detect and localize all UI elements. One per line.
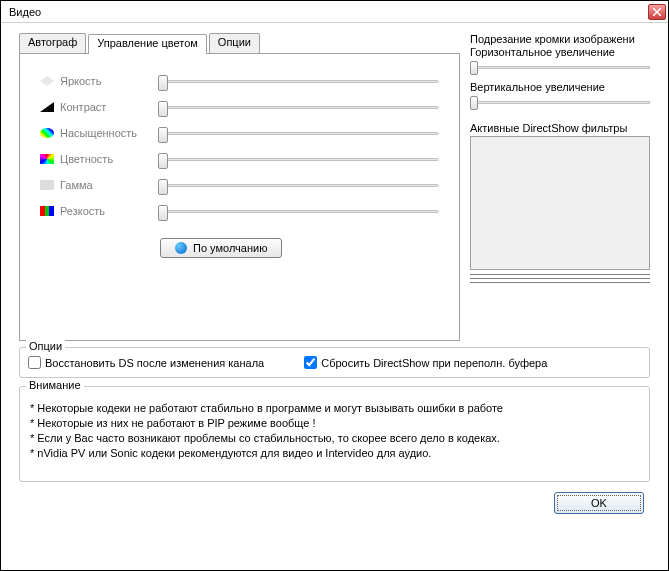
restore-ds-input[interactable]: [28, 356, 41, 369]
sharpness-thumb[interactable]: [158, 205, 168, 221]
video-settings-window: Видео Автограф Управление цветом Опции Я…: [0, 0, 669, 571]
sharpness-slider[interactable]: [158, 201, 439, 221]
hue-thumb[interactable]: [158, 153, 168, 169]
gamma-row: Гамма: [40, 172, 439, 198]
default-button-label: По умолчанию: [193, 242, 267, 254]
tab-color-control[interactable]: Управление цветом: [88, 34, 207, 54]
right-panel: Подрезание кромки изображени Горизонталь…: [470, 33, 650, 341]
brightness-thumb[interactable]: [158, 75, 168, 91]
options-group: Опции Восстановить DS после изменения ка…: [19, 347, 650, 378]
brightness-label: Яркость: [60, 75, 158, 87]
saturation-slider[interactable]: [158, 123, 439, 143]
gamma-label: Гамма: [60, 179, 158, 191]
sharpness-row: Резкость: [40, 198, 439, 224]
hue-icon: [40, 154, 54, 164]
titlebar: Видео: [1, 1, 668, 23]
close-button[interactable]: [648, 4, 666, 20]
tab-autograph[interactable]: Автограф: [19, 33, 86, 53]
vzoom-label: Вертикальное увеличение: [470, 81, 650, 93]
brightness-icon: [40, 76, 54, 86]
saturation-label: Насыщенность: [60, 127, 158, 139]
tab-options[interactable]: Опции: [209, 33, 260, 53]
hzoom-thumb[interactable]: [470, 61, 478, 75]
reset-ds-label: Сбросить DirectShow при переполн. буфера: [321, 357, 547, 369]
saturation-row: Насыщенность: [40, 120, 439, 146]
hue-row: Цветность: [40, 146, 439, 172]
hue-label: Цветность: [60, 153, 158, 165]
vzoom-thumb[interactable]: [470, 96, 478, 110]
default-icon: [175, 242, 187, 254]
reset-ds-checkbox[interactable]: Сбросить DirectShow при переполн. буфера: [304, 356, 547, 369]
contrast-icon: [40, 102, 54, 112]
warning-line-4: * nVidia PV или Sonic кодеки рекомендуют…: [30, 446, 639, 461]
contrast-slider[interactable]: [158, 97, 439, 117]
filters-listbox[interactable]: [470, 136, 650, 270]
contrast-row: Контраст: [40, 94, 439, 120]
warning-group: Внимание * Некоторые кодеки не работают …: [19, 386, 650, 482]
brightness-slider[interactable]: [158, 71, 439, 91]
gamma-icon: [40, 180, 54, 190]
sharpness-icon: [40, 206, 54, 216]
crop-label: Подрезание кромки изображени: [470, 33, 650, 45]
reset-ds-input[interactable]: [304, 356, 317, 369]
tabs-header: Автограф Управление цветом Опции: [19, 33, 460, 53]
ok-button[interactable]: OK: [554, 492, 644, 514]
options-legend: Опции: [26, 340, 65, 352]
brightness-row: Яркость: [40, 68, 439, 94]
restore-ds-checkbox[interactable]: Восстановить DS после изменения канала: [28, 356, 264, 369]
gamma-slider[interactable]: [158, 175, 439, 195]
default-button[interactable]: По умолчанию: [160, 238, 282, 258]
gamma-thumb[interactable]: [158, 179, 168, 195]
resize-grip: [470, 274, 650, 285]
hzoom-slider[interactable]: [470, 59, 650, 75]
warning-line-2: * Некоторые из них не работают в PIP реж…: [30, 416, 639, 431]
sharpness-label: Резкость: [60, 205, 158, 217]
contrast-thumb[interactable]: [158, 101, 168, 117]
window-title: Видео: [9, 6, 648, 18]
tab-body: Яркость Контраст Насыщенность: [19, 53, 460, 341]
content-area: Автограф Управление цветом Опции Яркость…: [1, 23, 668, 570]
warning-line-1: * Некоторые кодеки не работают стабильно…: [30, 401, 639, 416]
filters-label: Активные DirectShow фильтры: [470, 122, 650, 134]
restore-ds-label: Восстановить DS после изменения канала: [45, 357, 264, 369]
warning-legend: Внимание: [26, 379, 84, 391]
warning-line-3: * Если у Вас часто возникают проблемы со…: [30, 431, 639, 446]
hue-slider[interactable]: [158, 149, 439, 169]
saturation-icon: [40, 128, 54, 138]
saturation-thumb[interactable]: [158, 127, 168, 143]
hzoom-label: Горизонтальное увеличение: [470, 46, 650, 58]
vzoom-slider[interactable]: [470, 94, 650, 110]
contrast-label: Контраст: [60, 101, 158, 113]
